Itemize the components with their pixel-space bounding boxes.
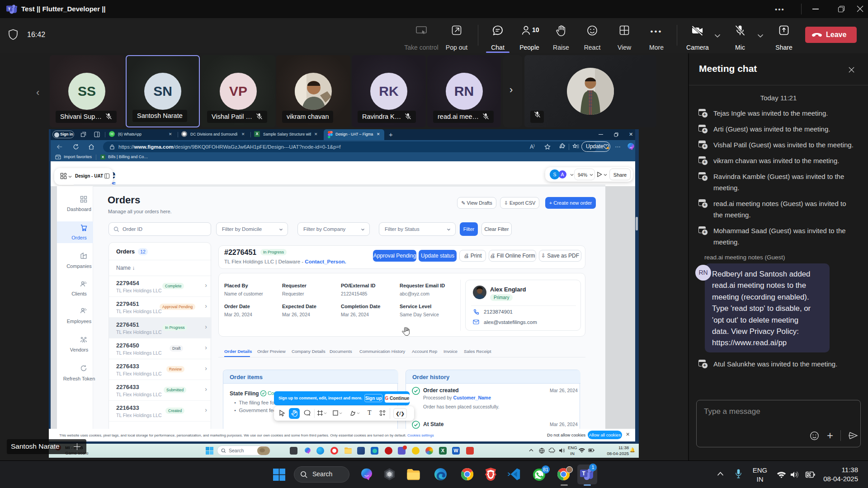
svg-text:T: T <box>8 6 11 11</box>
svg-text:T: T <box>582 470 586 477</box>
